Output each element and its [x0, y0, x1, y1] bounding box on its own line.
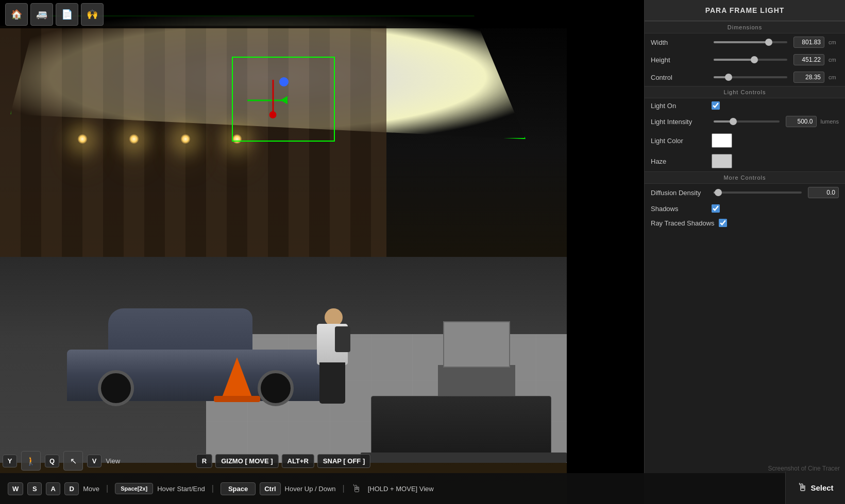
width-label: Width — [651, 39, 707, 46]
light-controls-section-header: Light Controls — [645, 86, 845, 98]
walk-mode-button[interactable]: 🚶 — [21, 451, 41, 471]
snap-off-tag[interactable]: SNAP [ OFF ] — [317, 454, 370, 468]
select-mouse-icon: 🖱 — [797, 482, 807, 494]
control-value[interactable]: 28.35 — [793, 72, 824, 83]
mouse-icon: 🖱 — [351, 483, 362, 495]
character — [309, 308, 356, 422]
lights-button[interactable]: 🙌 — [81, 3, 104, 26]
ray-traced-shadows-label: Ray Traced Shadows — [651, 219, 715, 227]
light-intensity-label: Light Intensity — [651, 118, 707, 126]
right-panel: PARA FRAME LIGHT Dimensions Width 801.83… — [644, 0, 845, 504]
hover-start-end-label: Hover Start/End — [157, 485, 205, 493]
control-label: Control — [651, 74, 707, 81]
space-key[interactable]: Space — [221, 482, 256, 495]
wall-lights — [77, 134, 242, 144]
control-control-row: Control 28.35 cm — [645, 68, 845, 86]
haze-label: Haze — [651, 158, 707, 165]
light-color-label: Light Color — [651, 137, 707, 145]
q-key-button[interactable]: Q — [45, 455, 59, 467]
character-backpack — [335, 326, 350, 352]
width-slider[interactable] — [714, 41, 787, 43]
bottom-toolbar: W S A D Move | Space[2x] Hover Start/End… — [0, 473, 845, 504]
dimensions-section-header: Dimensions — [645, 21, 845, 33]
haze-row: Haze — [645, 151, 845, 171]
car-roof — [108, 308, 252, 355]
wall-light-3 — [180, 134, 191, 144]
gizmo-move-tag: GIZMO [ MOVE ] — [215, 454, 278, 468]
gizmo-dot — [279, 77, 289, 86]
traffic-cone — [222, 357, 252, 398]
light-color-row: Light Color — [645, 130, 845, 151]
width-value[interactable]: 801.83 — [793, 37, 824, 48]
car — [67, 308, 325, 401]
select-label: Select — [810, 483, 833, 492]
alt-r-tag: ALT+R — [282, 454, 314, 468]
w-key[interactable]: W — [8, 482, 23, 495]
light-on-row: Light On — [645, 98, 845, 113]
diffusion-density-slider[interactable] — [714, 192, 802, 194]
ray-traced-shadows-checkbox[interactable] — [719, 219, 727, 227]
divider-1: | — [106, 484, 108, 493]
light-on-checkbox[interactable] — [712, 101, 720, 110]
control-unit: cm — [829, 74, 839, 80]
gizmo-z-axis — [273, 80, 274, 113]
diffusion-density-label: Diffusion Density — [651, 189, 707, 197]
r-key-tag[interactable]: R — [196, 454, 212, 468]
height-label: Height — [651, 56, 707, 64]
height-slider[interactable] — [714, 59, 787, 61]
light-intensity-unit: lumens — [821, 118, 839, 125]
width-control-row: Width 801.83 cm — [645, 33, 845, 51]
select-button[interactable]: 🖱 Select — [785, 472, 845, 504]
more-controls-section-header: More Controls — [645, 171, 845, 184]
gizmo-x-axis — [247, 100, 283, 101]
light-color-swatch[interactable] — [712, 133, 732, 148]
s-key[interactable]: S — [27, 482, 42, 495]
divider-3: | — [343, 484, 345, 493]
shadows-row: Shadows — [645, 201, 845, 216]
haze-color-swatch[interactable] — [712, 154, 732, 168]
car-wheel-right — [258, 370, 294, 406]
viewport[interactable]: 🏠 🚐 📄 🙌 Y 🚶 Q ↖ V View R GIZMO [ MOVE ] … — [0, 0, 567, 504]
a-key[interactable]: A — [46, 482, 60, 495]
diffusion-density-value[interactable]: 0.0 — [808, 187, 839, 198]
light-intensity-slider[interactable] — [714, 120, 780, 123]
character-legs — [319, 362, 345, 404]
car-wheel-left — [98, 370, 134, 406]
light-intensity-row: Light Intensity 500.0 lumens — [645, 113, 845, 130]
ray-traced-shadows-row: Ray Traced Shadows — [645, 216, 845, 230]
dolly-track — [361, 453, 567, 463]
height-control-row: Height 451.22 cm — [645, 51, 845, 68]
v-key-button[interactable]: V — [87, 455, 102, 467]
light-intensity-value[interactable]: 500.0 — [786, 116, 817, 127]
height-unit: cm — [829, 57, 839, 63]
transport-button[interactable]: 🚐 — [30, 3, 53, 26]
hold-move-label: [HOLD + MOVE] View — [368, 485, 434, 493]
width-unit: cm — [829, 39, 839, 45]
ctrl-key[interactable]: Ctrl — [260, 482, 280, 495]
shadows-checkbox[interactable] — [712, 204, 720, 213]
shadows-label: Shadows — [651, 205, 707, 213]
hover-up-down-label: Hover Up / Down — [285, 485, 336, 493]
height-value[interactable]: 451.22 — [793, 54, 824, 65]
home-button[interactable]: 🏠 — [5, 3, 28, 26]
divider-2: | — [212, 484, 214, 493]
panel-title: PARA FRAME LIGHT — [645, 0, 845, 21]
d-key[interactable]: D — [64, 482, 79, 495]
wall-light-1 — [77, 134, 88, 144]
wall-light-2 — [129, 134, 139, 144]
cursor-button[interactable]: ↖ — [63, 451, 83, 471]
traffic-cone-base — [214, 396, 260, 402]
laptop — [443, 321, 510, 368]
top-toolbar: 🏠 🚐 📄 🙌 — [0, 0, 567, 28]
transform-gizmo — [242, 75, 294, 126]
move-label: Move — [83, 485, 99, 493]
control-slider[interactable] — [714, 76, 787, 78]
y-key-button[interactable]: Y — [3, 455, 17, 467]
camera-dolly — [371, 396, 551, 458]
document-button[interactable]: 📄 — [56, 3, 78, 26]
viewport-bottom-left-controls: Y 🚶 Q ↖ V View — [3, 451, 120, 471]
gizmo-label-bar: R GIZMO [ MOVE ] ALT+R SNAP [ OFF ] — [196, 454, 370, 468]
space2x-key[interactable]: Space[2x] — [115, 483, 153, 494]
watermark: Screenshot of Cine Tracer — [768, 465, 840, 472]
diffusion-density-row: Diffusion Density 0.0 — [645, 184, 845, 201]
